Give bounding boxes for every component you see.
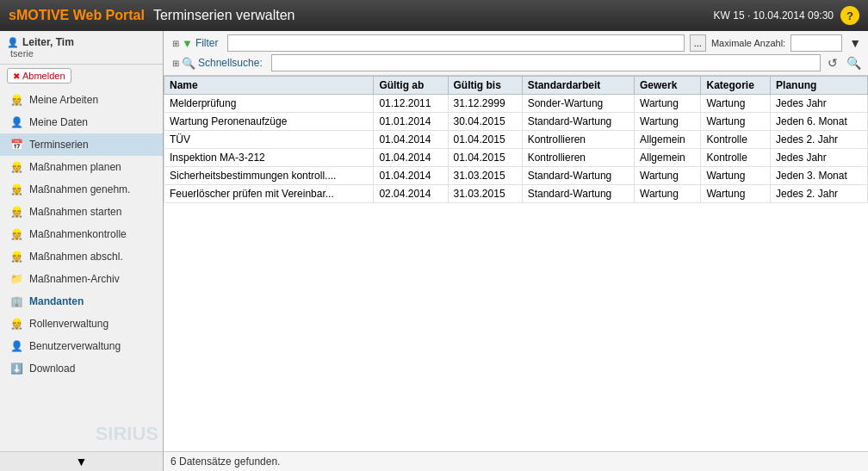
cell-r5-c0: Feuerlöscher prüfen mit Vereinbar... — [164, 185, 374, 203]
archive-icon: 📁 — [9, 271, 24, 287]
table-container: NameGültig abGültig bisStandardarbeitGew… — [164, 76, 868, 451]
cell-r2-c2: 01.04.2015 — [448, 131, 522, 149]
table-row[interactable]: Wartung Peronenaufzüge01.01.201430.04.20… — [164, 113, 868, 131]
col-header-name[interactable]: Name — [164, 77, 374, 95]
logout-button[interactable]: Abmelden — [7, 68, 71, 84]
sidebar-label-user-admin: Benutzerverwaltung — [29, 340, 121, 352]
table-row[interactable]: TÜV01.04.201401.04.2015KontrollierenAllg… — [164, 131, 868, 149]
user-info: Leiter, Tim tserie — [0, 31, 163, 65]
sidebar-item-finish[interactable]: 👷Maßnahmen abschl. — [0, 245, 163, 268]
sidebar-item-archive[interactable]: 📁Maßnahmen-Archiv — [0, 268, 163, 290]
sidebar-item-user-admin[interactable]: 👤Benutzerverwaltung — [0, 335, 163, 357]
cell-r2-c1: 01.04.2014 — [374, 131, 448, 149]
sidebar-item-start[interactable]: 👷Maßnahmen starten — [0, 201, 163, 223]
schnell-label: Schnellsuche: — [198, 57, 263, 69]
col-header-gültig-bis[interactable]: Gültig bis — [448, 77, 522, 95]
sidebar-label-approve: Maßnahmen genehm. — [29, 183, 130, 195]
sidebar-scroll-down[interactable]: ▼ — [0, 451, 163, 471]
toolbar: ⊞ ▼ Filter ... Maximale Anzahl: ▼ ⊞ 🔍 Sc… — [164, 31, 868, 76]
filter-dots-button[interactable]: ... — [690, 34, 706, 52]
col-header-kategorie[interactable]: Kategorie — [701, 77, 771, 95]
cell-r4-c2: 31.03.2015 — [448, 167, 522, 185]
schnell-go-button[interactable]: 🔍 — [845, 56, 863, 70]
table-header-row: NameGültig abGültig bisStandardarbeitGew… — [164, 77, 868, 95]
sidebar-item-control[interactable]: 👷Maßnahmenkontrolle — [0, 223, 163, 245]
header: sMOTIVE Web Portal Terminserien verwalte… — [0, 0, 868, 31]
filter-funnel-button[interactable]: ▼ — [847, 36, 863, 50]
cell-r2-c4: Allgemein — [635, 131, 701, 149]
sidebar-label-download: Download — [29, 363, 75, 375]
col-header-gewerk[interactable]: Gewerk — [635, 77, 701, 95]
filter-expand-button[interactable]: ⊞ ▼ Filter — [169, 35, 222, 52]
cell-r1-c1: 01.01.2014 — [374, 113, 448, 131]
table-row[interactable]: Melderprüfung01.12.201131.12.2999Sonder-… — [164, 95, 868, 113]
schnell-expand-button[interactable]: ⊞ 🔍 Schnellsuche: — [169, 55, 266, 71]
sidebar-label-role: Rollenverwaltung — [29, 318, 108, 330]
filter-input[interactable] — [227, 34, 685, 52]
cell-r3-c0: Inspektion MA-3-212 — [164, 149, 374, 167]
sidebar-item-approve[interactable]: 👷Maßnahmen genehm. — [0, 178, 163, 201]
navigation: 👷Meine Arbeiten👤Meine Daten📅Terminserien… — [0, 87, 163, 451]
plan-icon: 👷 — [9, 159, 24, 175]
max-anzahl-label: Maximale Anzahl: — [711, 38, 785, 48]
sidebar-label-start: Maßnahmen starten — [29, 206, 121, 218]
sidebar: Leiter, Tim tserie Abmelden 👷Meine Arbei… — [0, 31, 164, 471]
cell-r0-c2: 31.12.2999 — [448, 95, 522, 113]
cell-r3-c2: 01.04.2015 — [448, 149, 522, 167]
table-row[interactable]: Sicherheitsbestimmungen kontroll....01.0… — [164, 167, 868, 185]
header-left: sMOTIVE Web Portal Terminserien verwalte… — [9, 8, 294, 23]
sidebar-label-calendar: Terminserien — [29, 139, 89, 151]
cell-r3-c1: 01.04.2014 — [374, 149, 448, 167]
sidebar-label-finish: Maßnahmen abschl. — [29, 251, 123, 263]
table-row[interactable]: Inspektion MA-3-21201.04.201401.04.2015K… — [164, 149, 868, 167]
sidebar-item-person-work[interactable]: 👷Meine Arbeiten — [0, 89, 163, 111]
cell-r4-c5: Wartung — [701, 167, 771, 185]
cell-r3-c3: Kontrollieren — [522, 149, 634, 167]
filter-icon: ▼ — [182, 37, 193, 50]
app-title: sMOTIVE Web Portal — [9, 8, 145, 23]
cell-r4-c3: Standard-Wartung — [522, 167, 634, 185]
cell-r4-c0: Sicherheitsbestimmungen kontroll.... — [164, 167, 374, 185]
sidebar-item-calendar[interactable]: 📅Terminserien — [0, 133, 163, 156]
cell-r4-c4: Wartung — [635, 167, 701, 185]
cell-r0-c5: Wartung — [701, 95, 771, 113]
user-name: Leiter, Tim — [7, 36, 156, 48]
max-anzahl-input[interactable] — [790, 34, 842, 52]
filter-label: Filter — [195, 37, 219, 49]
cell-r0-c4: Wartung — [635, 95, 701, 113]
table-body: Melderprüfung01.12.201131.12.2999Sonder-… — [164, 95, 868, 203]
cell-r5-c4: Wartung — [635, 185, 701, 203]
sidebar-label-person-data: Meine Daten — [29, 116, 88, 128]
user-serie: tserie — [7, 48, 156, 59]
schnell-reset-button[interactable]: ↺ — [826, 56, 840, 70]
content-area: ⊞ ▼ Filter ... Maximale Anzahl: ▼ ⊞ 🔍 Sc… — [164, 31, 868, 471]
sidebar-label-mandant: Mandanten — [29, 295, 84, 307]
cell-r0-c1: 01.12.2011 — [374, 95, 448, 113]
page-title: Terminserien verwalten — [153, 8, 295, 23]
datetime-display: KW 15 · 10.04.2014 09:30 — [714, 9, 834, 22]
cell-r3-c4: Allgemein — [635, 149, 701, 167]
expand-icon-2: ⊞ — [172, 59, 179, 68]
col-header-planung[interactable]: Planung — [771, 77, 868, 95]
sidebar-item-plan[interactable]: 👷Maßnahmen planen — [0, 156, 163, 178]
schnell-input[interactable] — [271, 54, 821, 71]
sidebar-item-role[interactable]: 👷Rollenverwaltung — [0, 313, 163, 335]
cell-r2-c6: Jedes 2. Jahr — [771, 131, 868, 149]
cell-r1-c5: Wartung — [701, 113, 771, 131]
cell-r0-c0: Melderprüfung — [164, 95, 374, 113]
sidebar-item-mandant[interactable]: 🏢Mandanten — [0, 290, 163, 313]
col-header-gültig-ab[interactable]: Gültig ab — [374, 77, 448, 95]
cell-r5-c2: 31.03.2015 — [448, 185, 522, 203]
cell-r3-c6: Jedes Jahr — [771, 149, 868, 167]
table-row[interactable]: Feuerlöscher prüfen mit Vereinbar...02.0… — [164, 185, 868, 203]
sidebar-label-person-work: Meine Arbeiten — [29, 94, 98, 106]
cell-r1-c3: Standard-Wartung — [522, 113, 634, 131]
cell-r5-c5: Wartung — [701, 185, 771, 203]
person-data-icon: 👤 — [9, 115, 24, 130]
data-table: NameGültig abGültig bisStandardarbeitGew… — [164, 76, 868, 203]
schnell-search-icon: 🔍 — [182, 57, 195, 70]
sidebar-item-download[interactable]: ⬇️Download — [0, 357, 163, 380]
col-header-standardarbeit[interactable]: Standardarbeit — [522, 77, 634, 95]
sidebar-item-person-data[interactable]: 👤Meine Daten — [0, 111, 163, 133]
help-button[interactable]: ? — [840, 6, 859, 25]
